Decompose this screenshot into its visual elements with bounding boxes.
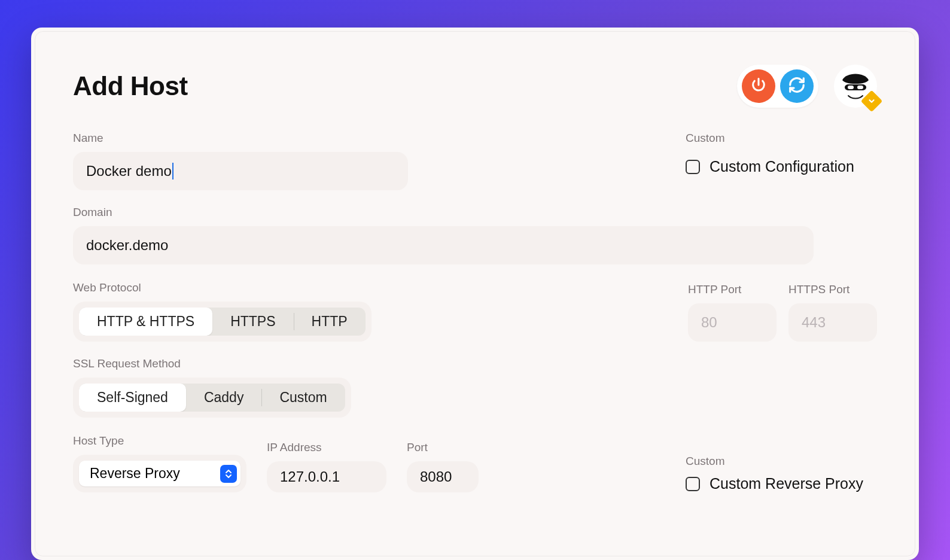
web-protocol-http-https[interactable]: HTTP & HTTPS — [79, 308, 212, 336]
ip-label: IP Address — [267, 441, 386, 454]
ip-value: 127.0.0.1 — [280, 468, 340, 485]
port-value: 8080 — [420, 468, 452, 485]
https-port-label: HTTPS Port — [788, 283, 877, 296]
host-type-label: Host Type — [73, 434, 246, 448]
ip-input[interactable]: 127.0.0.1 — [267, 461, 386, 492]
avatar[interactable] — [834, 65, 877, 108]
page-title: Add Host — [73, 71, 188, 101]
ssl-caddy[interactable]: Caddy — [186, 384, 261, 412]
power-icon — [750, 77, 767, 96]
power-button[interactable] — [742, 69, 775, 103]
port-input[interactable]: 8080 — [407, 461, 479, 492]
domain-value: docker.demo — [86, 237, 168, 253]
ssl-custom[interactable]: Custom — [261, 384, 345, 412]
custom-reverse-proxy-checkbox[interactable] — [686, 477, 700, 491]
port-label: Port — [407, 441, 479, 454]
custom-reverse-proxy-label: Custom Reverse Proxy — [710, 475, 863, 492]
custom-configuration-checkbox[interactable] — [686, 160, 700, 174]
svg-rect-2 — [857, 86, 863, 89]
host-type-value: Reverse Proxy — [90, 465, 180, 482]
ssl-method-label: SSL Request Method — [73, 357, 877, 370]
domain-input[interactable]: docker.demo — [73, 226, 814, 264]
host-type-select[interactable]: Reverse Proxy — [79, 461, 240, 486]
web-protocol-http[interactable]: HTTP — [294, 308, 366, 336]
ssl-method-segment: Self-Signed Caddy Custom — [79, 384, 345, 412]
custom-top-label: Custom — [686, 132, 877, 145]
name-input[interactable]: Docker demo — [73, 152, 408, 190]
refresh-icon — [788, 76, 806, 96]
web-protocol-label: Web Protocol — [73, 281, 372, 294]
ssl-self-signed[interactable]: Self-Signed — [79, 384, 186, 412]
http-port-input[interactable] — [688, 303, 777, 342]
web-protocol-segment: HTTP & HTTPS HTTPS HTTP — [79, 308, 366, 336]
https-port-input[interactable] — [788, 303, 877, 342]
svg-rect-1 — [848, 86, 854, 89]
header-action-pill — [737, 65, 818, 108]
http-port-label: HTTP Port — [688, 283, 777, 296]
custom-configuration-label: Custom Configuration — [710, 158, 854, 175]
domain-label: Domain — [73, 206, 877, 219]
name-value: Docker demo — [86, 163, 173, 179]
app-window: Add Host — [31, 28, 919, 560]
chevron-updown-icon — [220, 465, 237, 483]
refresh-button[interactable] — [780, 69, 814, 103]
web-protocol-https[interactable]: HTTPS — [212, 308, 293, 336]
name-label: Name — [73, 132, 408, 145]
custom-bottom-label: Custom — [686, 455, 877, 468]
